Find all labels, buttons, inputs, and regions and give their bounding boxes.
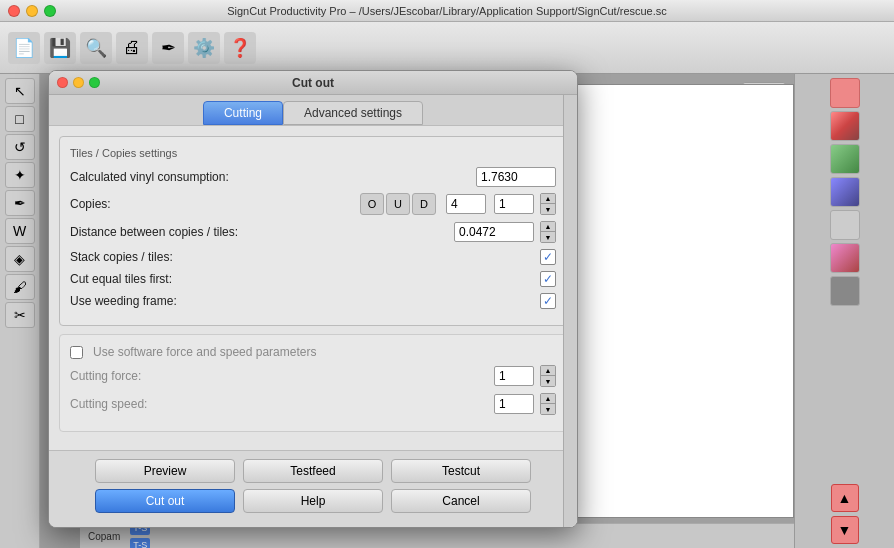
dialog-title: Cut out <box>292 76 334 90</box>
software-force-row: Use software force and speed parameters <box>70 345 556 359</box>
copies-u-btn[interactable]: U <box>386 193 410 215</box>
distance-spin-down[interactable]: ▼ <box>541 232 555 242</box>
vinyl-row: Calculated vinyl consumption: <box>70 167 556 187</box>
distance-spinner: ▲ ▼ <box>540 221 556 243</box>
app-title: SignCut Productivity Pro – /Users/JEscob… <box>227 5 667 17</box>
dialog-close-btn[interactable] <box>57 77 68 88</box>
cut-equal-row: Cut equal tiles first: ✓ <box>70 271 556 287</box>
copies-value-input[interactable] <box>494 194 534 214</box>
copies-spin-up[interactable]: ▲ <box>541 194 555 204</box>
speed-spin-down[interactable]: ▼ <box>541 404 555 414</box>
speed-spin-up[interactable]: ▲ <box>541 394 555 404</box>
vinyl-label: Calculated vinyl consumption: <box>70 170 229 184</box>
cutting-force-input[interactable] <box>494 366 534 386</box>
dialog-footer: Preview Testfeed Testcut Cut out Help Ca… <box>49 450 577 527</box>
copies-o-btn[interactable]: O <box>360 193 384 215</box>
cutting-speed-row: Cutting speed: ▲ ▼ <box>70 393 556 415</box>
tiles-copies-section: Tiles / Copies settings Calculated vinyl… <box>59 136 567 326</box>
dialog-tabs: Cutting Advanced settings <box>49 95 577 126</box>
dialog-window-controls <box>57 77 100 88</box>
cut-equal-checkbox[interactable]: ✓ <box>540 271 556 287</box>
cutting-speed-label: Cutting speed: <box>70 397 147 411</box>
copies-spin-down[interactable]: ▼ <box>541 204 555 214</box>
dialog-scrollbar[interactable] <box>563 95 577 527</box>
close-button[interactable] <box>8 5 20 17</box>
force-spin-down[interactable]: ▼ <box>541 376 555 386</box>
copies-row: Copies: O U D ▲ ▼ <box>70 193 556 215</box>
minimize-button[interactable] <box>26 5 38 17</box>
weeding-checkbox[interactable]: ✓ <box>540 293 556 309</box>
force-spinner: ▲ ▼ <box>540 365 556 387</box>
copies-spinner: ▲ ▼ <box>540 193 556 215</box>
section-title: Tiles / Copies settings <box>70 147 556 159</box>
tab-cutting[interactable]: Cutting <box>203 101 283 125</box>
testfeed-button[interactable]: Testfeed <box>243 459 383 483</box>
speed-spinner: ▲ ▼ <box>540 393 556 415</box>
tab-advanced[interactable]: Advanced settings <box>283 101 423 125</box>
copies-count-input[interactable] <box>446 194 486 214</box>
weeding-label: Use weeding frame: <box>70 294 534 308</box>
software-force-label: Use software force and speed parameters <box>93 345 556 359</box>
cutting-force-label: Cutting force: <box>70 369 141 383</box>
distance-input[interactable] <box>454 222 534 242</box>
copies-buttons: O U D <box>360 193 436 215</box>
help-button[interactable]: Help <box>243 489 383 513</box>
dialog-body: Tiles / Copies settings Calculated vinyl… <box>49 126 577 450</box>
cut-equal-label: Cut equal tiles first: <box>70 272 534 286</box>
testcut-button[interactable]: Testcut <box>391 459 531 483</box>
cancel-button[interactable]: Cancel <box>391 489 531 513</box>
distance-label: Distance between copies / tiles: <box>70 225 238 239</box>
distance-spin-up[interactable]: ▲ <box>541 222 555 232</box>
cutting-force-row: Cutting force: ▲ ▼ <box>70 365 556 387</box>
cutting-speed-input[interactable] <box>494 394 534 414</box>
window-controls <box>8 5 56 17</box>
distance-row: Distance between copies / tiles: ▲ ▼ <box>70 221 556 243</box>
copies-label: Copies: <box>70 197 111 211</box>
copies-d-btn[interactable]: D <box>412 193 436 215</box>
dialog-overlay: Cut out Cutting Advanced settings Tiles … <box>0 22 894 548</box>
weeding-row: Use weeding frame: ✓ <box>70 293 556 309</box>
stack-checkbox[interactable]: ✓ <box>540 249 556 265</box>
dialog-titlebar: Cut out <box>49 71 577 95</box>
cutout-dialog: Cut out Cutting Advanced settings Tiles … <box>48 70 578 528</box>
dialog-max-btn[interactable] <box>89 77 100 88</box>
footer-row-1: Preview Testfeed Testcut <box>59 459 567 483</box>
force-spin-up[interactable]: ▲ <box>541 366 555 376</box>
stack-row: Stack copies / tiles: ✓ <box>70 249 556 265</box>
stack-label: Stack copies / tiles: <box>70 250 534 264</box>
footer-row-2: Cut out Help Cancel <box>59 489 567 513</box>
preview-button[interactable]: Preview <box>95 459 235 483</box>
maximize-button[interactable] <box>44 5 56 17</box>
title-bar: SignCut Productivity Pro – /Users/JEscob… <box>0 0 894 22</box>
dialog-min-btn[interactable] <box>73 77 84 88</box>
software-force-section: Use software force and speed parameters … <box>59 334 567 432</box>
cutout-button[interactable]: Cut out <box>95 489 235 513</box>
vinyl-input[interactable] <box>476 167 556 187</box>
software-force-checkbox[interactable] <box>70 346 83 359</box>
